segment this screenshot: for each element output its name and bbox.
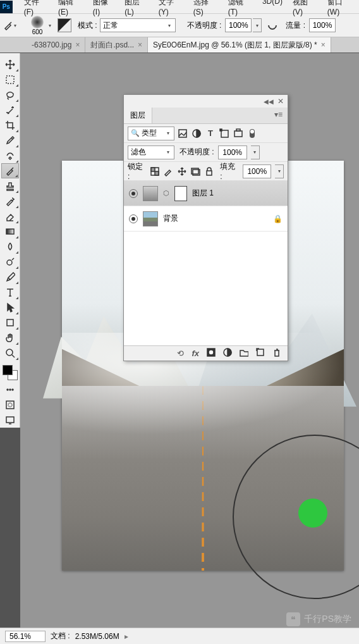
zoom-tool[interactable] [1, 345, 19, 361]
close-icon[interactable]: ✕ [277, 97, 284, 106]
clone-stamp-tool[interactable] [1, 178, 19, 194]
new-layer-icon[interactable] [256, 348, 265, 359]
pen-tool[interactable] [1, 269, 19, 285]
gradient-tool[interactable] [1, 224, 19, 239]
delete-layer-icon[interactable] [272, 348, 281, 359]
lasso-tool-icon [5, 90, 15, 100]
filter-smart-icon[interactable] [233, 128, 244, 139]
lock-image-icon[interactable] [163, 166, 174, 177]
shape-tool-icon [5, 318, 15, 328]
adjustment-layer-icon[interactable] [223, 348, 232, 359]
brush-tool[interactable] [1, 163, 19, 178]
link-icon[interactable]: ⬡ [163, 189, 169, 197]
menu-图像[interactable]: 图像(I) [88, 0, 119, 18]
menu-文字[interactable]: 文字(Y) [154, 0, 188, 18]
color-swatches[interactable] [2, 364, 18, 381]
filter-type-select[interactable]: 🔍 类型 ▾ [128, 127, 174, 140]
edit-toolbar[interactable] [1, 382, 19, 397]
document-tab[interactable]: SyE0O6EnM.jpg @ 56.1% (图层 1, 图层蒙版/8) *× [148, 37, 331, 53]
collapse-icon[interactable]: ◀◀ [264, 98, 274, 105]
opacity-slider-button[interactable]: ▾ [253, 18, 262, 32]
healing-brush-tool[interactable] [1, 148, 19, 163]
document-tab[interactable]: -638700.jpg× [27, 37, 85, 53]
panel-opacity-input[interactable]: 100% [218, 146, 247, 159]
shape-tool[interactable] [1, 315, 19, 330]
panel-menu-icon[interactable]: ▾≡ [269, 108, 288, 123]
filter-pixel-icon[interactable] [177, 128, 188, 139]
type-tool[interactable] [1, 285, 19, 300]
dodge-tool[interactable] [1, 254, 19, 269]
lock-nest-icon[interactable] [190, 166, 202, 177]
lasso-tool[interactable] [1, 87, 19, 102]
svg-rect-1 [6, 229, 14, 234]
layers-tab[interactable]: 图层 [124, 108, 152, 123]
fill-slider-button[interactable]: ▾ [275, 164, 284, 178]
filter-adjust-icon[interactable] [191, 128, 202, 139]
filter-toggle-icon[interactable] [246, 128, 258, 139]
layer-thumbnail[interactable] [143, 211, 158, 226]
fill-input[interactable]: 100% [243, 164, 271, 178]
quickmask-toggle[interactable] [1, 397, 19, 412]
screenmode-toggle[interactable] [1, 412, 19, 428]
path-select-tool[interactable] [1, 300, 19, 315]
lock-all-icon[interactable] [204, 166, 216, 177]
close-icon[interactable]: × [75, 40, 80, 49]
link-layers-icon[interactable]: ⟲ [177, 349, 184, 358]
lock-position-icon[interactable] [176, 166, 188, 177]
visibility-toggle[interactable] [129, 189, 138, 198]
pressure-opacity-toggle[interactable] [265, 18, 279, 32]
gradient-tool-icon [5, 226, 15, 237]
menu-窗口[interactable]: 窗口(W) [322, 0, 359, 18]
filter-type-icon[interactable]: T [205, 128, 216, 139]
svg-point-4 [6, 349, 13, 356]
menu-选择[interactable]: 选择(S) [188, 0, 223, 18]
visibility-toggle[interactable] [129, 214, 138, 223]
history-brush-tool[interactable] [1, 194, 19, 209]
chevron-down-icon: ▾ [167, 149, 169, 155]
layer-thumbnail[interactable] [143, 186, 158, 201]
layers-panel[interactable]: ◀◀ ✕ 图层 ▾≡ 🔍 类型 ▾ T 滤色 ▾ 不透明度 : 100% ▾ 锁… [123, 94, 288, 361]
blend-mode-select[interactable]: 正常 ▾ [100, 18, 176, 32]
menu-图层[interactable]: 图层(L) [119, 0, 154, 18]
eraser-tool-icon [5, 211, 15, 221]
opacity-slider-button[interactable]: ▾ [251, 146, 260, 159]
layer-name[interactable]: 图层 1 [192, 188, 283, 199]
menu-编辑[interactable]: 编辑(E) [53, 0, 88, 18]
svg-point-7 [12, 389, 13, 390]
brush-panel-toggle[interactable] [58, 18, 71, 32]
flow-input[interactable]: 100% [309, 18, 336, 32]
opacity-input[interactable]: 100% [225, 18, 252, 32]
eraser-tool[interactable] [1, 209, 19, 224]
chevron-down-icon[interactable]: ▾ [49, 23, 51, 28]
menu-视图[interactable]: 视图(V) [288, 0, 322, 18]
document-tab[interactable]: 封面白.psd...× [85, 37, 148, 53]
menu-滤镜[interactable]: 滤镜(T) [223, 0, 257, 18]
eyedropper-tool[interactable] [1, 133, 19, 148]
blur-tool[interactable] [1, 239, 19, 254]
brush-preset-picker[interactable]: 600 [28, 16, 47, 35]
foreground-color[interactable] [3, 365, 13, 375]
layer-row[interactable]: 背景🔒 [124, 206, 288, 232]
hand-tool[interactable] [1, 330, 19, 345]
layer-name[interactable]: 背景 [163, 213, 268, 224]
blend-mode-select[interactable]: 滤色 ▾ [128, 146, 174, 159]
close-icon[interactable]: × [321, 40, 326, 49]
close-icon[interactable]: × [138, 40, 142, 49]
zoom-input[interactable]: 56.1% [5, 631, 46, 642]
layer-style-icon[interactable]: fx [192, 349, 199, 358]
crop-tool[interactable] [1, 118, 19, 133]
menu-3D[interactable]: 3D(D) [257, 0, 288, 18]
lock-trans-icon[interactable] [149, 166, 161, 177]
layer-row[interactable]: ⬡图层 1 [124, 181, 288, 206]
lock-icon: 🔒 [273, 214, 283, 223]
quick-select-tool[interactable] [1, 102, 19, 118]
add-mask-icon[interactable] [207, 348, 216, 359]
mask-thumbnail[interactable] [174, 186, 187, 201]
history-brush-tool-icon [5, 196, 15, 206]
status-menu-icon[interactable]: ▸ [125, 632, 128, 641]
move-tool[interactable] [1, 57, 19, 72]
group-icon[interactable] [240, 348, 248, 359]
current-tool-indicator[interactable]: ▾ [3, 17, 19, 34]
marquee-tool[interactable] [1, 72, 19, 87]
filter-shape-icon[interactable] [219, 128, 230, 139]
